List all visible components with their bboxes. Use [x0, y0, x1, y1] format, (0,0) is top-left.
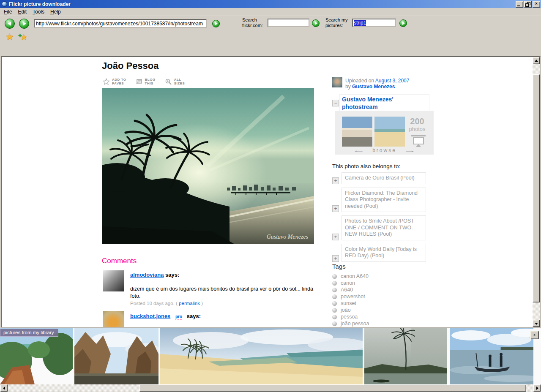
commenter-avatar[interactable]: [103, 311, 124, 327]
scroll-up-button[interactable]: [533, 57, 540, 64]
right-arrow-icon: [536, 387, 538, 390]
pro-badge[interactable]: pro: [175, 314, 182, 320]
search-my-input[interactable]: strip1: [352, 19, 396, 27]
commenter-avatar[interactable]: [103, 270, 124, 291]
comment-text: dizem que é um dos lugares mais bonitos …: [130, 286, 318, 300]
permalink-link[interactable]: permalink: [179, 301, 200, 306]
tag-link[interactable]: sunset: [341, 300, 356, 306]
forward-button[interactable]: [19, 19, 29, 29]
main-photo[interactable]: Gustavo Menezes: [102, 88, 314, 244]
tag-ball-icon: [332, 315, 337, 319]
vertical-scroll-thumb[interactable]: [533, 74, 540, 302]
pool-row: + Color My World Daily [Today is RED Day…: [332, 244, 426, 262]
go-icon: [402, 22, 405, 25]
says-label: says:: [187, 313, 201, 319]
collapse-photostream-button[interactable]: −: [332, 100, 339, 106]
pool-link[interactable]: Camera de Ouro Brasil (Pool): [342, 172, 426, 184]
go-url-button[interactable]: [212, 20, 220, 27]
minimize-button[interactable]: [516, 1, 523, 8]
pool-link[interactable]: Photos to Smile About /POST ONE-/ COMMEN…: [342, 215, 426, 240]
pool-row: + Flicker Diamond: The Diamond Class Pho…: [332, 188, 426, 212]
minimize-icon: [517, 5, 520, 6]
go-search-flickr-button[interactable]: [312, 19, 320, 27]
pool-row: + Camera de Ouro Brasil (Pool): [332, 172, 426, 184]
filmstrip-photo-palm[interactable]: [364, 328, 447, 384]
app-icon: [2, 1, 7, 7]
prev-arrow-icon[interactable]: ←: [352, 147, 366, 153]
blog-this-button[interactable]: BLOGTHIS: [136, 78, 156, 85]
scroll-left-button[interactable]: [0, 384, 8, 392]
add-to-faves-button[interactable]: ADD TOFAVES: [103, 78, 126, 85]
photostream-title-link[interactable]: Gustavo Menezes' photostream: [342, 96, 393, 110]
down-arrow-icon: [535, 323, 538, 325]
menu-tools[interactable]: Tools: [30, 8, 48, 16]
close-button[interactable]: ×: [533, 1, 540, 8]
browse-link[interactable]: browse: [372, 147, 396, 153]
next-arrow-icon[interactable]: →: [403, 147, 416, 153]
menu-file[interactable]: File: [1, 8, 15, 16]
comment-header: buckshot.jones pro says:: [130, 313, 201, 319]
menu-help[interactable]: Help: [48, 8, 64, 16]
tag-link[interactable]: canon: [341, 280, 355, 286]
back-button[interactable]: [5, 19, 15, 29]
photostream-thumb-beach[interactable]: [374, 117, 405, 147]
tag-row: canon A640: [332, 273, 426, 280]
filmstrip-photo-beach-panorama[interactable]: [160, 328, 363, 384]
filmstrip-close-button[interactable]: x: [530, 331, 539, 339]
app-window: Flickr picture downloader × File Edit To…: [0, 0, 541, 392]
expand-pool-button[interactable]: +: [332, 205, 339, 212]
url-input[interactable]: [34, 19, 207, 28]
filmstrip-photo-boat[interactable]: [450, 328, 533, 384]
pool-link[interactable]: Color My World Daily [Today is RED Day) …: [342, 244, 426, 262]
window-title: Flickr picture downloader: [9, 1, 515, 7]
tag-link[interactable]: canon A640: [341, 273, 369, 279]
all-sizes-button[interactable]: ALLSIZES: [165, 78, 185, 85]
tag-ball-icon: [332, 274, 337, 279]
tag-row: powershot: [332, 293, 426, 300]
tag-row: A640: [332, 286, 426, 293]
tag-ball-icon: [332, 321, 337, 326]
commenter-link[interactable]: almodoviana: [130, 272, 164, 278]
photostream-header: Gustavo Menezes' photostream: [339, 94, 429, 113]
photo-watermark: Gustavo Menezes: [267, 234, 309, 240]
says-label: says:: [165, 272, 179, 278]
pool-link[interactable]: Flicker Diamond: The Diamond Class Photo…: [342, 188, 426, 212]
search-my-label: Search mypictures:: [325, 17, 348, 28]
horizontal-scroll-thumb[interactable]: [139, 384, 526, 392]
scroll-down-button[interactable]: [533, 320, 540, 327]
restore-button[interactable]: [524, 1, 532, 8]
go-search-my-button[interactable]: [399, 19, 407, 27]
title-bar: Flickr picture downloader ×: [0, 0, 541, 8]
selected-text: strip1: [354, 20, 366, 26]
owner-link[interactable]: Gustavo Menezes: [352, 84, 395, 90]
search-flickr-input[interactable]: [268, 19, 309, 27]
tag-row: sunset: [332, 300, 426, 307]
filmstrip-label: pictures from my library: [0, 329, 58, 337]
pool-row: + Photos to Smile About /POST ONE-/ COMM…: [332, 215, 426, 240]
tag-ball-icon: [332, 281, 337, 286]
expand-pool-button[interactable]: +: [332, 177, 339, 184]
pool-list: + Camera de Ouro Brasil (Pool) + Flicker…: [332, 172, 426, 265]
commenter-link[interactable]: buckshot.jones: [130, 313, 170, 319]
filmstrip-photo-rocks[interactable]: [74, 328, 158, 384]
tag-link[interactable]: powershot: [341, 294, 365, 299]
expand-pool-button[interactable]: +: [332, 255, 339, 262]
menu-edit[interactable]: Edit: [15, 8, 30, 16]
expand-pool-button[interactable]: +: [332, 234, 339, 240]
tag-link[interactable]: joão: [341, 307, 351, 313]
tag-link[interactable]: pessoa: [341, 314, 358, 320]
owner-buddy-icon[interactable]: [332, 77, 342, 87]
browser-content-area: João Pessoa ADD TOFAVES BLOGTHIS ALLSIZE…: [1, 56, 541, 328]
photo-count: 200: [406, 117, 428, 126]
horizontal-scrollbar[interactable]: [0, 384, 541, 392]
slideshow-icon[interactable]: [413, 137, 424, 144]
vertical-scrollbar[interactable]: [533, 57, 540, 327]
favorite-star-icon[interactable]: ★: [5, 33, 14, 41]
comments-heading: Comments: [102, 257, 137, 265]
photostream-thumb-church[interactable]: [342, 117, 372, 147]
tag-link[interactable]: joão pessoa: [341, 321, 369, 327]
tag-row: joão pessoa: [332, 320, 426, 327]
tag-link[interactable]: A640: [341, 287, 353, 293]
scroll-right-button[interactable]: [533, 384, 541, 392]
back-icon: [8, 22, 11, 26]
